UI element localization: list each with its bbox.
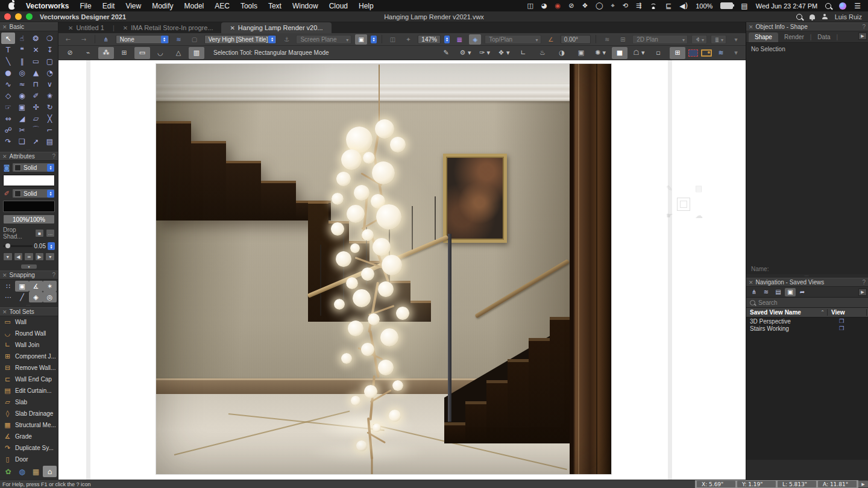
- toolset-cat-building[interactable]: ⌂: [43, 466, 57, 477]
- close-icon[interactable]: ✕: [2, 154, 7, 160]
- pen-icon[interactable]: ✐: [3, 190, 10, 198]
- close-icon[interactable]: ✕: [749, 280, 753, 286]
- attributes-palette-header[interactable]: ✕ Attributes ?: [0, 152, 58, 161]
- mouse-icon[interactable]: ⌖: [611, 2, 615, 10]
- toolset-wall-join[interactable]: ∟Wall Join: [0, 339, 58, 351]
- spiral-tool-icon[interactable]: ◉: [15, 90, 29, 101]
- shear-tool-icon[interactable]: ◢: [15, 113, 29, 124]
- grid-settings-icon[interactable]: ⊞: [617, 34, 629, 45]
- move-by-points-tool-icon[interactable]: ➚: [29, 136, 43, 147]
- render-quality-stepper[interactable]: [268, 36, 275, 43]
- toolsets-palette-header[interactable]: ✕ Tool Sets: [0, 307, 58, 316]
- menu-file[interactable]: File: [80, 2, 91, 10]
- menu-bar-clock[interactable]: Wed Jun 23 2:47 PM: [756, 2, 818, 10]
- help-icon[interactable]: ?: [862, 279, 866, 286]
- zoom-stepper[interactable]: [444, 36, 450, 43]
- nav-design-layers-icon[interactable]: ≋: [761, 288, 772, 296]
- crop-visible-icon[interactable]: [688, 49, 698, 57]
- close-window-button[interactable]: [4, 13, 11, 20]
- camera-view-icon[interactable]: ☖ ▾: [631, 47, 647, 59]
- menu-view[interactable]: View: [125, 2, 141, 10]
- saved-views-table-header[interactable]: Saved View Name⌃ View: [746, 308, 868, 318]
- dropbox-icon[interactable]: ❖: [582, 2, 588, 10]
- navigation-header[interactable]: ✕ Navigation - Saved Views ?: [746, 278, 868, 287]
- saved-view-cube-icon[interactable]: ❒: [823, 318, 868, 324]
- close-icon[interactable]: ✕: [2, 309, 7, 315]
- arc-tool-icon[interactable]: ◔: [43, 67, 57, 78]
- attributes-collapse-handle[interactable]: ▾: [21, 264, 37, 269]
- ellipse-tool-icon[interactable]: ◎: [15, 67, 29, 78]
- polyline-tool-icon[interactable]: ≈: [15, 78, 29, 90]
- toolset-edit-curtain[interactable]: ▤Edit Curtain...: [0, 385, 58, 396]
- ruler-icon[interactable]: ∟: [515, 47, 531, 59]
- drop-shadow-slider[interactable]: [3, 245, 33, 247]
- drop-shadow-stepper[interactable]: [48, 242, 55, 250]
- snapping-palette-header[interactable]: ✕ Snapping ?: [0, 271, 58, 280]
- class-options-icon[interactable]: ⋔: [100, 34, 112, 45]
- edit-preferences-icon[interactable]: ✎: [438, 47, 454, 59]
- class-stepper[interactable]: [161, 36, 168, 43]
- menu-help[interactable]: Help: [359, 2, 374, 10]
- forward-icon[interactable]: →: [78, 34, 90, 45]
- close-icon[interactable]: ✕: [749, 24, 753, 30]
- spotlight-icon[interactable]: [825, 3, 831, 9]
- angle-box[interactable]: 0.00°: [561, 35, 591, 44]
- zoom-window-button[interactable]: [26, 13, 33, 20]
- wifi-icon[interactable]: [649, 3, 658, 9]
- projection-mini-dropdown[interactable]: ▦: [711, 35, 726, 44]
- line-tool-icon[interactable]: ╲: [1, 55, 15, 67]
- toolset-structural-member[interactable]: ▦Structural Me...: [0, 419, 58, 431]
- pan-tool-icon[interactable]: ☝: [15, 33, 29, 44]
- text-tool-icon[interactable]: T: [1, 44, 15, 55]
- saved-views-search[interactable]: Search: [746, 298, 868, 308]
- window-grid-icon[interactable]: ▦: [453, 34, 465, 45]
- reshape-tool-icon[interactable]: ✣: [29, 101, 43, 113]
- toolset-door[interactable]: ▯Door: [0, 454, 58, 465]
- active-plane-dropdown[interactable]: Screen Plane: [296, 35, 351, 44]
- view-dropdown[interactable]: Top/Plan: [485, 35, 541, 44]
- lighting-options-icon[interactable]: ✺ ▾: [593, 47, 608, 59]
- drawing-canvas[interactable]: ✎ ▤ ☛ ☁: [58, 60, 746, 480]
- snap-edge-icon[interactable]: ╱: [15, 292, 29, 302]
- flyover-tool-icon[interactable]: ❂: [29, 33, 43, 44]
- toolset-round-wall[interactable]: ◡Round Wall: [0, 328, 58, 339]
- snap-point-icon[interactable]: ✶: [43, 281, 57, 292]
- snap-angle-icon[interactable]: ∡: [29, 281, 43, 292]
- flat-shading-icon[interactable]: ■: [612, 47, 627, 59]
- hexagon-tool-icon[interactable]: ◇: [1, 90, 15, 101]
- help-icon[interactable]: ?: [52, 272, 55, 278]
- menu-text[interactable]: Text: [268, 2, 281, 10]
- toolset-grade[interactable]: ∡Grade: [0, 431, 58, 442]
- volume-icon[interactable]: ◀): [679, 2, 688, 10]
- contrast-icon[interactable]: ◑: [554, 47, 570, 59]
- layer-stack-icon[interactable]: ≋: [173, 34, 185, 45]
- snap-tangent-icon[interactable]: ◈: [29, 292, 43, 302]
- mirror-tool-icon[interactable]: ⇔: [1, 113, 15, 124]
- modebar-overflow-icon[interactable]: ▾: [730, 48, 742, 58]
- callout-tool-icon[interactable]: ❝: [15, 44, 29, 55]
- snap-grid-icon[interactable]: ∷: [1, 281, 15, 292]
- lasso-mode-icon[interactable]: ◡: [153, 47, 168, 59]
- saved-view-camera-icon[interactable]: ◫: [386, 34, 398, 45]
- menu-aec[interactable]: AEC: [215, 2, 230, 10]
- toolset-wall-end-cap[interactable]: ⊏Wall End Cap: [0, 374, 58, 385]
- tab-render[interactable]: Render: [778, 33, 810, 42]
- attr-next-set-button[interactable]: ▾: [45, 252, 55, 261]
- time-machine-icon[interactable]: ⟲: [623, 2, 628, 10]
- render-teapot-icon[interactable]: ♨: [535, 47, 550, 59]
- eyedropper-tool-icon[interactable]: ☞: [1, 101, 15, 113]
- single-selection-icon[interactable]: ⌁: [80, 47, 96, 59]
- locus-tool-icon[interactable]: ✕: [29, 44, 43, 55]
- toolset-duplicate-symbol[interactable]: ↷Duplicate Sy...: [0, 442, 58, 454]
- slider-knob[interactable]: [5, 243, 10, 248]
- tab-shape[interactable]: Shape: [749, 33, 778, 42]
- oval-tool-icon[interactable]: ●: [1, 67, 15, 78]
- snap-object-icon[interactable]: ▣: [15, 281, 29, 292]
- pen-style-dropdown[interactable]: Solid: [12, 189, 55, 198]
- class-dropdown[interactable]: None: [116, 35, 169, 44]
- attr-forward-button[interactable]: ▶: [35, 252, 45, 261]
- fillet-tool-icon[interactable]: ⌒: [29, 124, 43, 136]
- column-view[interactable]: View: [828, 309, 866, 316]
- connect-tool-icon[interactable]: ☍: [1, 124, 15, 136]
- saved-view-cube-icon[interactable]: ❒: [823, 325, 868, 331]
